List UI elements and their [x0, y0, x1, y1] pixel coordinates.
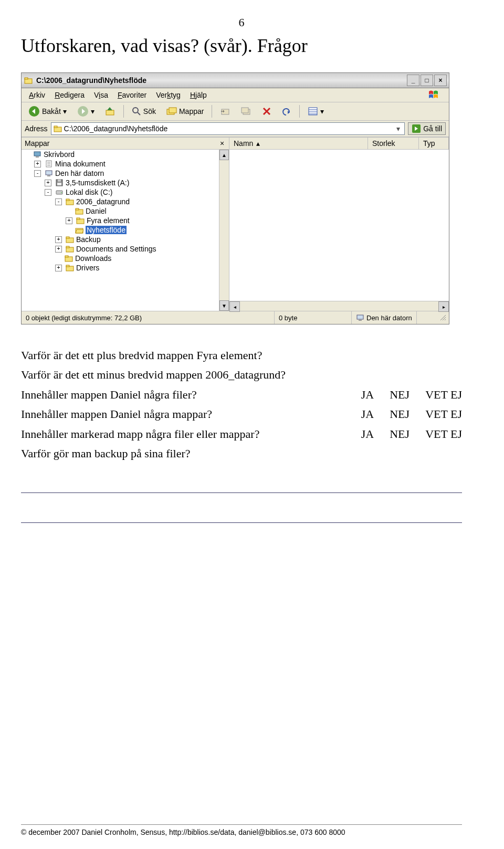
tree-item[interactable]: +Backup [22, 235, 229, 244]
title-bar[interactable]: C:\2006_datagrund\Nyhetsflöde _ □ × [22, 73, 449, 88]
column-header-name[interactable]: Namn ▴ [229, 138, 368, 149]
tree-item-label: Lokal disk (C:) [66, 188, 112, 196]
maximize-button[interactable]: □ [421, 75, 433, 86]
menu-arkiv[interactable]: Arkiv [25, 89, 49, 101]
scroll-track[interactable] [240, 301, 438, 311]
scroll-right-button[interactable]: ▸ [438, 301, 449, 312]
question-4: Innehåller mappen Daniel några mappar? [21, 404, 361, 424]
scroll-track[interactable] [219, 160, 229, 300]
scroll-up-button[interactable]: ▲ [219, 150, 229, 160]
answer-vetej: VET EJ [425, 424, 462, 444]
tree-item-label: Nyhetsflöde [86, 226, 127, 234]
column-headers[interactable]: Namn ▴ Storlek Typ [229, 138, 449, 150]
chevron-down-icon: ▾ [63, 107, 67, 116]
address-input[interactable]: C:\2006_datagrund\Nyhetsflöde ▾ [51, 122, 405, 135]
disk-icon [55, 188, 64, 196]
scroll-down-button[interactable]: ▼ [219, 300, 229, 311]
question-3: Innehåller mappen Daniel några filer? [21, 385, 361, 404]
expand-button[interactable]: + [34, 161, 41, 167]
tree-item[interactable]: -2006_datagrund [22, 197, 229, 206]
svg-rect-39 [66, 246, 69, 248]
svg-rect-41 [65, 256, 68, 257]
tree-item[interactable]: +Drivers [22, 263, 229, 272]
tree-item[interactable]: Nyhetsflöde [22, 225, 229, 235]
folders-pane-title: Mappar [25, 139, 49, 148]
tree-item-label: Backup [76, 235, 101, 244]
file-list-area[interactable]: ◂ ▸ [229, 150, 449, 311]
folder-tree[interactable]: Skrivbord+Mina dokument-Den här datorn+3… [22, 150, 229, 311]
svg-rect-34 [77, 218, 80, 219]
go-arrow-icon [412, 124, 421, 133]
tree-item[interactable]: +Documents and Settings [22, 244, 229, 254]
answer-line [21, 507, 462, 523]
tree-item[interactable]: Skrivbord [22, 150, 229, 159]
resize-grip-icon[interactable] [438, 313, 448, 322]
tree-item[interactable]: +3,5-tumsdiskett (A:) [22, 178, 229, 187]
folders-pane-close-button[interactable]: × [218, 139, 226, 148]
address-dropdown-button[interactable]: ▾ [394, 124, 402, 133]
status-objects: 0 objekt (ledigt diskutrymme: 72,2 GB) [22, 311, 275, 324]
collapse-button[interactable]: - [34, 170, 41, 177]
collapse-button[interactable]: - [55, 198, 62, 205]
close-button[interactable]: × [434, 75, 447, 86]
forward-button[interactable]: ▾ [74, 103, 98, 119]
question-2: Varför är det ett minus bredvid mappen 2… [21, 365, 462, 384]
undo-button[interactable] [278, 104, 295, 118]
folders-button[interactable]: Mappar [163, 104, 207, 118]
chevron-down-icon: ▾ [91, 107, 94, 116]
folder-open-icon [75, 226, 83, 234]
expand-button[interactable]: + [66, 217, 72, 224]
scroll-left-button[interactable]: ◂ [229, 301, 240, 312]
tree-item[interactable]: -Lokal disk (C:) [22, 187, 229, 197]
folder-icon [66, 235, 74, 244]
menu-visa[interactable]: Visa [90, 89, 112, 101]
forward-arrow-icon [77, 106, 89, 117]
delete-button[interactable] [258, 104, 275, 118]
answer-ja: JA [361, 404, 374, 424]
copy-to-icon [241, 107, 251, 116]
vertical-scrollbar[interactable]: ▲ ▼ [219, 150, 229, 311]
back-button[interactable]: Bakåt ▾ [25, 103, 70, 119]
copy-to-button[interactable] [237, 104, 255, 118]
svg-rect-44 [357, 315, 363, 319]
collapse-button[interactable]: - [45, 189, 51, 196]
search-button[interactable]: Sök [128, 104, 160, 118]
menu-hjalp[interactable]: Hjälp [186, 89, 211, 101]
expand-button[interactable]: + [45, 180, 51, 186]
tree-item[interactable]: +Fyra element [22, 216, 229, 225]
svg-rect-32 [76, 208, 79, 210]
tree-item-label: Skrivbord [44, 150, 75, 159]
tree-item[interactable]: +Mina dokument [22, 159, 229, 169]
svg-rect-9 [222, 109, 229, 114]
tree-item[interactable]: Daniel [22, 206, 229, 216]
column-header-type[interactable]: Typ [419, 138, 449, 149]
svg-rect-23 [47, 175, 50, 176]
svg-rect-25 [58, 180, 61, 182]
expand-button[interactable]: + [55, 236, 62, 243]
folders-icon [166, 107, 177, 116]
horizontal-scrollbar[interactable]: ◂ ▸ [229, 301, 449, 311]
go-button[interactable]: Gå till [408, 122, 446, 135]
expand-button[interactable]: + [55, 265, 62, 271]
tree-item-label: Fyra element [87, 216, 130, 225]
status-bar: 0 objekt (ledigt diskutrymme: 72,2 GB) 0… [22, 311, 449, 324]
up-button[interactable] [101, 104, 119, 119]
folder-open-icon [54, 124, 62, 133]
delete-x-icon [262, 107, 271, 116]
windows-logo-icon [425, 89, 447, 101]
tree-item[interactable]: -Den här datorn [22, 169, 229, 178]
svg-rect-17 [54, 126, 57, 128]
expand-button[interactable]: + [55, 246, 62, 253]
column-header-size[interactable]: Storlek [368, 138, 419, 149]
tree-item-label: Daniel [86, 207, 107, 215]
answer-nej: NEJ [390, 385, 410, 404]
tree-item[interactable]: Downloads [22, 254, 229, 263]
menu-favoriter[interactable]: Favoriter [113, 89, 151, 101]
views-button[interactable]: ▾ [304, 104, 328, 118]
menu-redigera[interactable]: Redigera [50, 89, 89, 101]
move-to-button[interactable] [216, 104, 234, 118]
menu-verktyg[interactable]: Verktyg [152, 89, 185, 101]
svg-rect-20 [36, 156, 39, 158]
minimize-button[interactable]: _ [407, 75, 419, 86]
folder-icon [75, 207, 83, 215]
